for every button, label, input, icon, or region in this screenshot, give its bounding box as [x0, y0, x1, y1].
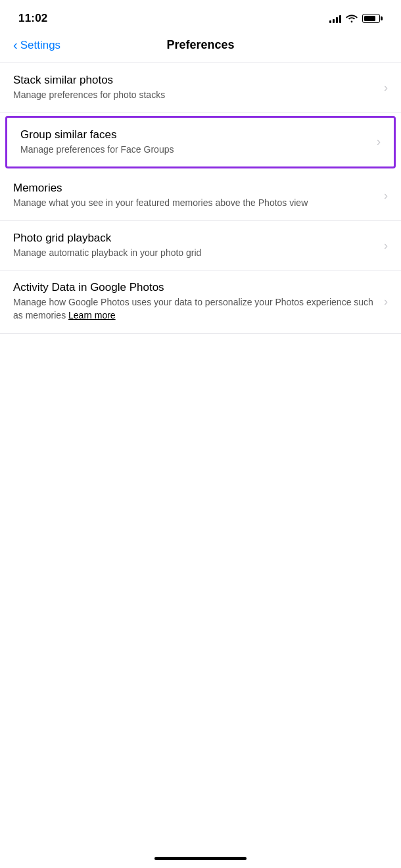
status-bar: 11:02 [0, 0, 401, 33]
memories-title: Memories [13, 182, 376, 195]
activity-data-desc: Manage how Google Photos uses your data … [13, 296, 376, 322]
page-title: Preferences [166, 38, 234, 52]
stack-similar-photos-title: Stack similar photos [13, 74, 376, 87]
learn-more-link[interactable]: Learn more [68, 310, 116, 320]
settings-list: Stack similar photos Manage preferences … [0, 63, 401, 334]
activity-data-title: Activity Data in Google Photos [13, 281, 376, 294]
chevron-right-icon: › [384, 189, 388, 203]
battery-icon [362, 14, 383, 23]
back-label: Settings [20, 39, 60, 52]
photo-grid-playback-desc: Manage automatic playback in your photo … [13, 247, 376, 260]
group-similar-faces-title: Group similar faces [20, 128, 369, 141]
home-indicator [154, 857, 247, 860]
wifi-icon [346, 14, 358, 23]
status-icons [329, 14, 383, 23]
chevron-right-icon: › [384, 239, 388, 253]
status-time: 11:02 [18, 12, 47, 25]
chevron-right-icon: › [377, 135, 381, 149]
stack-similar-photos-item[interactable]: Stack similar photos Manage preferences … [0, 63, 401, 113]
signal-icon [329, 14, 341, 23]
photo-grid-playback-item[interactable]: Photo grid playback Manage automatic pla… [0, 221, 401, 271]
chevron-right-icon: › [384, 295, 388, 309]
chevron-right-icon: › [384, 81, 388, 95]
memories-desc: Manage what you see in your featured mem… [13, 197, 376, 210]
back-chevron-icon: ‹ [13, 38, 18, 51]
memories-item[interactable]: Memories Manage what you see in your fea… [0, 171, 401, 221]
activity-data-item[interactable]: Activity Data in Google Photos Manage ho… [0, 270, 401, 333]
back-button[interactable]: ‹ Settings [13, 39, 60, 52]
group-similar-faces-desc: Manage preferences for Face Groups [20, 143, 369, 157]
group-similar-faces-item[interactable]: Group similar faces Manage preferences f… [5, 116, 396, 169]
photo-grid-playback-title: Photo grid playback [13, 232, 376, 245]
nav-bar: ‹ Settings Preferences [0, 33, 401, 63]
stack-similar-photos-desc: Manage preferences for photo stacks [13, 89, 376, 102]
